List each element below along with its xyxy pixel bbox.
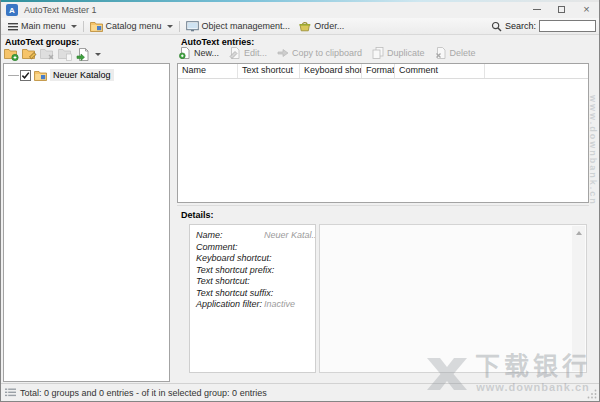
maximize-button[interactable] bbox=[549, 0, 574, 18]
entries-toolbar: New... Edit... Copy to clipboard Duplica… bbox=[179, 47, 476, 59]
edit-group-button[interactable] bbox=[21, 47, 37, 61]
order-button[interactable]: Order... bbox=[294, 19, 348, 34]
import-export-caret-icon[interactable] bbox=[95, 53, 101, 56]
object-management-button[interactable]: Object management... bbox=[182, 19, 295, 34]
maximize-icon bbox=[558, 6, 565, 13]
detail-label-text-shortcut: Text shortcut: bbox=[196, 276, 250, 286]
titlebar: A AutoText Master 1 × bbox=[1, 2, 599, 18]
edit-entry-label: Edit... bbox=[244, 48, 267, 58]
two-pages-icon bbox=[372, 47, 384, 59]
detail-label-keyboard-shortcut: Keyboard shortcut: bbox=[196, 253, 272, 263]
new-entry-label: New... bbox=[194, 48, 219, 58]
details-panel-title: Details: bbox=[181, 210, 214, 220]
status-bar: Total: 0 groups and 0 entries - of it in… bbox=[1, 383, 599, 401]
resize-grip[interactable] bbox=[587, 389, 597, 399]
catalog-menu-label: Catalog menu bbox=[106, 21, 162, 31]
page-arrow-icon bbox=[76, 48, 90, 61]
minimize-button[interactable] bbox=[524, 0, 549, 18]
toolbar-separator bbox=[83, 21, 84, 32]
delete-entry-label: Delete bbox=[450, 48, 476, 58]
groups-panel-title: AutoText groups: bbox=[5, 37, 79, 47]
search-group: Search: bbox=[491, 20, 596, 32]
add-group-button[interactable] bbox=[3, 47, 19, 61]
edit-entry-button[interactable]: Edit... bbox=[229, 47, 267, 59]
watermark-side-text: www.downbank.cn bbox=[588, 95, 598, 206]
tree-branch-line bbox=[8, 75, 19, 76]
checkmark-icon bbox=[21, 71, 30, 80]
column-header-keyboard-shortcut[interactable]: Keyboard short... bbox=[300, 64, 362, 78]
dropdown-caret-icon bbox=[167, 25, 173, 28]
detail-value-name: Neuer Katal... bbox=[264, 230, 316, 240]
main-menu-button[interactable]: Main menu bbox=[4, 19, 81, 34]
delete-group-button[interactable] bbox=[39, 47, 55, 61]
column-header-comment[interactable]: Comment bbox=[395, 64, 485, 78]
scroll-up-icon bbox=[576, 231, 582, 235]
arrow-right-icon bbox=[277, 47, 289, 59]
search-input[interactable] bbox=[539, 20, 596, 32]
folder-plus-icon bbox=[4, 48, 19, 61]
folder-page-icon bbox=[58, 48, 73, 61]
tree-item-label: Neuer Katalog bbox=[50, 69, 114, 81]
group-checkbox[interactable] bbox=[20, 70, 31, 81]
copy-group-button[interactable] bbox=[57, 47, 73, 61]
duplicate-entry-button[interactable]: Duplicate bbox=[372, 47, 425, 59]
dropdown-caret-icon bbox=[71, 25, 77, 28]
preview-scrollbar[interactable] bbox=[572, 226, 585, 371]
groups-tree[interactable]: Neuer Katalog bbox=[3, 63, 170, 382]
close-icon: × bbox=[583, 4, 589, 15]
status-list-icon bbox=[5, 388, 16, 397]
window-title: AutoText Master 1 bbox=[24, 5, 97, 15]
details-fields-box: Name:Neuer Katal... Comment: Keyboard sh… bbox=[189, 224, 316, 373]
entries-table-body[interactable] bbox=[178, 79, 588, 202]
detail-value-application-filter: Inactive bbox=[264, 299, 295, 309]
column-header-name[interactable]: Name bbox=[178, 64, 238, 78]
delete-entry-button[interactable]: Delete bbox=[435, 47, 476, 59]
import-export-button[interactable] bbox=[75, 47, 91, 61]
main-toolbar: Main menu Catalog menu Object management… bbox=[1, 18, 599, 35]
status-text: Total: 0 groups and 0 entries - of it in… bbox=[20, 388, 267, 398]
hamburger-icon bbox=[8, 22, 18, 31]
details-splitter[interactable] bbox=[177, 205, 589, 206]
detail-label-text-shortcut-prefix: Text shortcut prefix: bbox=[196, 265, 274, 275]
column-header-format[interactable]: Format bbox=[362, 64, 395, 78]
order-label: Order... bbox=[314, 21, 344, 31]
window-controls: × bbox=[524, 0, 599, 18]
entries-panel-title: AutoText entries: bbox=[181, 37, 254, 47]
details-preview-box bbox=[319, 224, 587, 373]
minimize-icon bbox=[533, 9, 541, 10]
object-management-label: Object management... bbox=[202, 21, 291, 31]
shopping-basket-icon bbox=[298, 20, 311, 32]
groups-toolbar bbox=[3, 47, 101, 61]
detail-label-name: Name: bbox=[196, 230, 223, 240]
column-header-text-shortcut[interactable]: Text shortcut bbox=[238, 64, 300, 78]
main-menu-label: Main menu bbox=[21, 21, 66, 31]
copy-to-clipboard-button[interactable]: Copy to clipboard bbox=[277, 47, 362, 59]
entries-table-header: Name Text shortcut Keyboard short... For… bbox=[178, 64, 588, 79]
app-icon: A bbox=[6, 4, 18, 16]
tree-item-group[interactable]: Neuer Katalog bbox=[4, 69, 169, 81]
page-pencil-icon bbox=[229, 47, 241, 59]
new-entry-button[interactable]: New... bbox=[179, 47, 219, 59]
detail-label-comment: Comment: bbox=[196, 242, 238, 252]
folder-pencil-icon bbox=[22, 48, 37, 61]
duplicate-entry-label: Duplicate bbox=[387, 48, 425, 58]
app-window: A AutoText Master 1 × Main menu Catalog … bbox=[0, 0, 600, 402]
search-label: Search: bbox=[505, 21, 536, 31]
close-button[interactable]: × bbox=[574, 0, 599, 18]
window-monitor-icon bbox=[186, 21, 199, 32]
entries-table: Name Text shortcut Keyboard short... For… bbox=[177, 63, 589, 203]
folder-x-icon bbox=[40, 48, 55, 61]
copy-to-clipboard-label: Copy to clipboard bbox=[292, 48, 362, 58]
catalog-menu-button[interactable]: Catalog menu bbox=[86, 19, 177, 34]
page-x-icon bbox=[435, 47, 447, 59]
search-icon bbox=[491, 21, 502, 32]
page-plus-icon bbox=[179, 47, 191, 59]
detail-label-text-shortcut-suffix: Text shortcut suffix: bbox=[196, 288, 273, 298]
group-folder-icon bbox=[34, 70, 47, 81]
folder-icon bbox=[90, 21, 103, 32]
toolbar-separator bbox=[179, 21, 180, 32]
column-header-filler bbox=[485, 64, 588, 78]
detail-label-application-filter: Application filter: bbox=[196, 299, 262, 309]
